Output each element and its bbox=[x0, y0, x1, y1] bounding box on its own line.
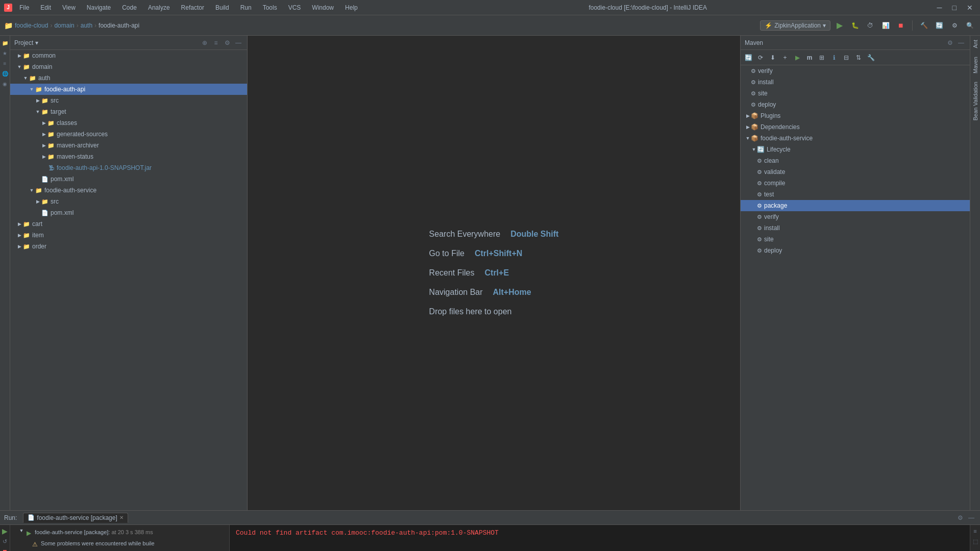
maven-columns-button[interactable]: ⊟ bbox=[841, 52, 852, 63]
breadcrumb-item-3[interactable]: auth bbox=[81, 22, 92, 29]
menu-vcs[interactable]: VCS bbox=[284, 3, 305, 12]
maven-info-button[interactable]: ℹ bbox=[828, 52, 840, 63]
find-button[interactable]: 🔍 bbox=[964, 19, 976, 32]
sidebar-icon-structure[interactable]: ≡ bbox=[1, 59, 9, 67]
maven-item-package[interactable]: ⚙ package bbox=[741, 200, 970, 211]
tree-item-common[interactable]: ▶ 📁 common bbox=[10, 50, 247, 61]
run-item-root[interactable]: ▼ ▶ foodie-auth-service [package]: at 20… bbox=[10, 527, 229, 538]
menu-build[interactable]: Build bbox=[211, 3, 233, 12]
sidebar-icon-bean[interactable]: ◉ bbox=[1, 80, 9, 88]
console-wrap-button[interactable]: ⬚ bbox=[971, 537, 979, 545]
coverage-button[interactable]: 📊 bbox=[879, 19, 892, 32]
menu-code[interactable]: Code bbox=[118, 3, 141, 12]
close-button[interactable]: ✕ bbox=[964, 3, 976, 13]
maven-item-verify[interactable]: ⚙ verify bbox=[741, 65, 970, 77]
stop-button[interactable]: ⏹ bbox=[895, 19, 907, 32]
maven-item-verify-2[interactable]: ⚙ verify bbox=[741, 211, 970, 222]
menu-tools[interactable]: Tools bbox=[259, 3, 281, 12]
tree-item-order[interactable]: ▶ 📁 order bbox=[10, 241, 247, 252]
breadcrumb-item-4[interactable]: foodie-auth-api bbox=[99, 22, 139, 29]
run-stop-button[interactable]: ⏹ bbox=[1, 547, 9, 551]
tree-item-maven-status[interactable]: ▶ 📁 maven-status bbox=[10, 151, 247, 162]
maven-item-clean[interactable]: ⚙ clean bbox=[741, 155, 970, 166]
sidebar-icon-web[interactable]: 🌐 bbox=[1, 69, 9, 78]
tree-item-item[interactable]: ▶ 📁 item bbox=[10, 230, 247, 241]
maven-sort-button[interactable]: ⇅ bbox=[853, 52, 864, 63]
maven-item-deploy-1[interactable]: ⚙ deploy bbox=[741, 99, 970, 110]
tree-item-foodie-auth-api[interactable]: ▼ 📁 foodie-auth-api bbox=[10, 84, 247, 95]
maven-item-site-2[interactable]: ⚙ site bbox=[741, 234, 970, 245]
locate-file-button[interactable]: ⊕ bbox=[200, 38, 209, 47]
maven-item-install-1[interactable]: ⚙ install bbox=[741, 77, 970, 88]
menu-run[interactable]: Run bbox=[236, 3, 256, 12]
run-button[interactable]: ▶ bbox=[834, 19, 846, 32]
maximize-button[interactable]: □ bbox=[949, 3, 960, 13]
sync-button[interactable]: 🔄 bbox=[933, 19, 945, 32]
sidebar-icon-favorites[interactable]: ★ bbox=[1, 49, 9, 57]
minimize-button[interactable]: ─ bbox=[934, 3, 945, 13]
tree-item-target[interactable]: ▼ 📁 target bbox=[10, 106, 247, 117]
maven-item-lifecycle[interactable]: ▼ 🔄 Lifecycle bbox=[741, 144, 970, 155]
close-project-panel-button[interactable]: — bbox=[234, 38, 243, 47]
build-project-button[interactable]: 🔨 bbox=[918, 19, 930, 32]
tree-item-src-2[interactable]: ▶ 📁 src bbox=[10, 196, 247, 207]
maven-item-install-2[interactable]: ⚙ install bbox=[741, 222, 970, 234]
collapse-all-button[interactable]: ≡ bbox=[211, 38, 220, 47]
settings-button[interactable]: ⚙ bbox=[948, 19, 961, 32]
breadcrumb-item-2[interactable]: domain bbox=[54, 22, 74, 29]
maven-item-deploy-2[interactable]: ⚙ deploy bbox=[741, 245, 970, 256]
run-item-warn-1[interactable]: ⚠ Some problems were encountered while b… bbox=[10, 538, 229, 549]
run-tab-active[interactable]: 📄 foodie-auth-service [package] ✕ bbox=[23, 513, 128, 523]
debug-button[interactable]: 🐛 bbox=[849, 19, 861, 32]
tree-item-cart[interactable]: ▶ 📁 cart bbox=[10, 218, 247, 230]
tree-item-maven-archiver[interactable]: ▶ 📁 maven-archiver bbox=[10, 140, 247, 151]
maven-run-button[interactable]: ▶ bbox=[792, 52, 803, 63]
menu-refactor[interactable]: Refactor bbox=[177, 3, 208, 12]
menu-file[interactable]: File bbox=[15, 3, 33, 12]
tree-item-auth[interactable]: ▼ 📁 auth bbox=[10, 72, 247, 84]
maven-download-button[interactable]: ⬇ bbox=[767, 52, 778, 63]
profile-button[interactable]: ⏱ bbox=[864, 19, 876, 32]
maven-m-button[interactable]: m bbox=[804, 52, 815, 63]
menu-analyze[interactable]: Analyze bbox=[144, 3, 174, 12]
tree-item-pom2[interactable]: 📄 pom.xml bbox=[10, 207, 247, 218]
menu-window[interactable]: Window bbox=[308, 3, 338, 12]
tree-item-generated-sources[interactable]: ▶ 📁 generated-sources bbox=[10, 129, 247, 140]
run-close-button[interactable]: — bbox=[967, 513, 976, 522]
menu-edit[interactable]: Edit bbox=[36, 3, 55, 12]
run-tab-close-button[interactable]: ✕ bbox=[119, 515, 124, 520]
tree-item-src-1[interactable]: ▶ 📁 src bbox=[10, 95, 247, 106]
maven-refresh-button[interactable]: 🔄 bbox=[743, 52, 754, 63]
maven-wrench-button[interactable]: 🔧 bbox=[865, 52, 876, 63]
breadcrumb-item-1[interactable]: foodie-cloud bbox=[15, 22, 48, 29]
run-rerun-button[interactable]: ↺ bbox=[1, 537, 9, 545]
project-dropdown-icon[interactable]: ▾ bbox=[35, 39, 38, 46]
sidebar-ant-label[interactable]: Ant bbox=[972, 36, 978, 53]
sidebar-bean-validation-label[interactable]: Bean Validation bbox=[972, 78, 978, 124]
maven-item-compile[interactable]: ⚙ compile bbox=[741, 178, 970, 189]
maven-settings-button[interactable]: ⚙ bbox=[945, 38, 954, 47]
sidebar-maven-label[interactable]: Maven bbox=[972, 53, 978, 78]
run-play-button[interactable]: ▶ bbox=[1, 527, 9, 535]
run-configuration[interactable]: ⚡ ZipkinApplication ▾ bbox=[760, 20, 830, 31]
menu-help[interactable]: Help bbox=[341, 3, 362, 12]
console-scroll-top-button[interactable]: ≡ bbox=[971, 527, 979, 535]
menu-view[interactable]: View bbox=[58, 3, 80, 12]
maven-reimport-button[interactable]: ⟳ bbox=[755, 52, 766, 63]
tree-item-jar[interactable]: 🗜 foodie-auth-api-1.0-SNAPSHOT.jar bbox=[10, 162, 247, 173]
maven-item-validate[interactable]: ⚙ validate bbox=[741, 166, 970, 178]
tree-item-classes[interactable]: ▶ 📁 classes bbox=[10, 117, 247, 129]
maven-item-site-1[interactable]: ⚙ site bbox=[741, 88, 970, 99]
maven-item-plugins[interactable]: ▶ 📦 Plugins bbox=[741, 110, 970, 121]
maven-item-test[interactable]: ⚙ test bbox=[741, 189, 970, 200]
tree-item-pom1[interactable]: 📄 pom.xml bbox=[10, 173, 247, 185]
project-settings-button[interactable]: ⚙ bbox=[223, 38, 232, 47]
close-maven-button[interactable]: — bbox=[957, 38, 966, 47]
run-settings-button[interactable]: ⚙ bbox=[955, 513, 965, 522]
menu-navigate[interactable]: Navigate bbox=[83, 3, 115, 12]
maven-add-button[interactable]: + bbox=[779, 52, 791, 63]
tree-item-domain[interactable]: ▼ 📁 domain bbox=[10, 61, 247, 72]
maven-toggle-button[interactable]: ⊞ bbox=[816, 52, 827, 63]
maven-item-dependencies[interactable]: ▶ 📦 Dependencies bbox=[741, 121, 970, 133]
tree-item-foodie-auth-service[interactable]: ▼ 📁 foodie-auth-service bbox=[10, 185, 247, 196]
